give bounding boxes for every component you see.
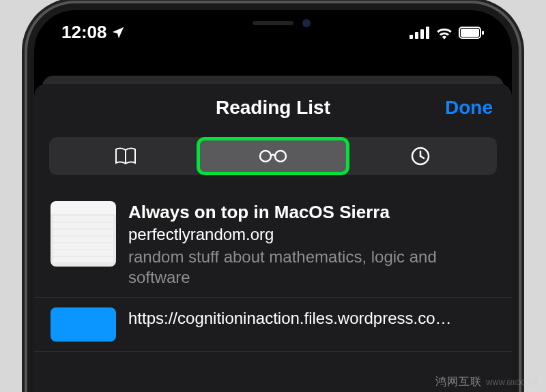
front-camera: [302, 19, 311, 27]
watermark: 鸿网互联 WWW.68IDC.CN: [435, 375, 538, 389]
tab-bookmarks[interactable]: [52, 140, 199, 172]
svg-rect-3: [426, 27, 429, 39]
item-title: https://cognitioninaction.files.wordpres…: [128, 309, 495, 329]
reading-list: Always on top in MacOS Sierra perfectlyr…: [34, 192, 512, 352]
tab-reading-list[interactable]: [199, 140, 347, 172]
item-text: https://cognitioninaction.files.wordpres…: [128, 307, 495, 342]
speaker-grille: [253, 21, 293, 25]
sheet-header: Reading List Done: [34, 84, 512, 132]
svg-rect-2: [420, 29, 424, 39]
svg-rect-1: [415, 32, 418, 39]
status-left: 12:08: [61, 22, 126, 43]
reading-list-sheet: Reading List Done: [34, 84, 512, 392]
notch: [184, 10, 362, 36]
item-thumbnail: [51, 307, 116, 342]
svg-point-8: [260, 151, 271, 162]
svg-point-9: [275, 151, 286, 162]
list-item[interactable]: https://cognitioninaction.files.wordpres…: [34, 298, 512, 352]
item-thumbnail: [51, 201, 116, 267]
cellular-icon: [410, 27, 430, 39]
svg-rect-0: [410, 35, 413, 39]
phone-screen: 12:08: [34, 10, 512, 392]
book-icon: [114, 147, 137, 166]
item-description: random stuff about mathematics, logic an…: [128, 247, 495, 288]
item-domain: perfectlyrandom.org: [128, 225, 495, 245]
item-title: Always on top in MacOS Sierra: [128, 201, 495, 224]
location-arrow-icon: [111, 25, 126, 40]
svg-rect-6: [482, 31, 484, 35]
done-button[interactable]: Done: [445, 97, 493, 119]
glasses-icon: [257, 149, 289, 164]
svg-rect-5: [461, 29, 479, 37]
status-time: 12:08: [61, 22, 107, 43]
battery-icon: [459, 27, 485, 39]
clock-icon: [410, 146, 431, 166]
sheet-title: Reading List: [216, 97, 330, 119]
phone-frame: 12:08: [27, 3, 519, 392]
item-text: Always on top in MacOS Sierra perfectlyr…: [128, 201, 495, 288]
tab-history[interactable]: [347, 140, 494, 172]
wifi-icon: [435, 26, 453, 40]
status-right: [410, 26, 485, 40]
segmented-control[interactable]: [49, 137, 497, 175]
list-item[interactable]: Always on top in MacOS Sierra perfectlyr…: [34, 192, 512, 298]
